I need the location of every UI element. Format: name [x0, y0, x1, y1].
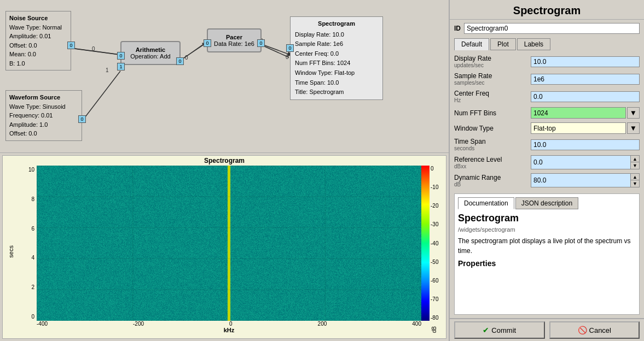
num-fft-row: Num FFT Bins ▼: [454, 107, 640, 119]
dynamic-range-label: Dynamic Range dB: [454, 174, 531, 187]
spec-display-rate: Display Rate: 10.0: [295, 30, 378, 40]
panel-title: Spectrogram: [513, 4, 581, 16]
plot-title: Spectrogram: [3, 156, 446, 166]
waveform-source-block: Waveform Source Wave Type: Sinusoid Freq…: [5, 90, 82, 141]
commit-button[interactable]: ✔ Commit: [454, 321, 545, 339]
y-tick-0: 0: [21, 314, 34, 320]
sample-rate-row: Sample Rate samples/sec: [454, 72, 640, 86]
doc-content: Spectrogram /widgets/spectrogram The spe…: [458, 213, 636, 268]
window-type-dropdown[interactable]: ▼: [627, 122, 640, 134]
svg-text:0: 0: [286, 54, 289, 60]
commit-icon: ✔: [483, 326, 489, 334]
cancel-button[interactable]: 🚫 Cancel: [549, 321, 640, 339]
arithmetic-block: 0 1 Arithmetic Operation: Add 0: [120, 41, 181, 65]
display-rate-input[interactable]: [531, 56, 640, 67]
arith-input-port-0: 0: [117, 52, 125, 60]
spectrogram-plot: Spectrogram secs 10 8 6 4 2 0: [2, 155, 446, 339]
dynamic-range-input[interactable]: [531, 174, 630, 187]
x-tick-0: 0: [229, 321, 233, 327]
spec-window-type: Window Type: Flat-top: [295, 68, 378, 78]
window-type-input[interactable]: [531, 122, 626, 134]
doc-tab-documentation[interactable]: Documentation: [458, 197, 514, 209]
noise-output-port: 0: [67, 42, 75, 49]
display-rate-label: Display Rate updates/sec: [454, 55, 531, 68]
spectrogram-canvas: [37, 166, 421, 321]
tab-labels[interactable]: Labels: [517, 38, 550, 50]
doc-tabs: Documentation JSON description: [458, 197, 636, 209]
noise-offset: Offset: 0.0: [9, 41, 67, 50]
reference-level-input[interactable]: [531, 156, 630, 169]
doc-tab-json[interactable]: JSON description: [515, 197, 578, 209]
center-freq-input[interactable]: [531, 91, 640, 102]
cb--40: -40: [431, 240, 438, 246]
waveform-source-title: Waveform Source: [9, 93, 78, 102]
commit-label: Commit: [491, 326, 516, 334]
waveform-offset: Offset: 0.0: [9, 129, 78, 138]
pacer-input-port: 0: [204, 39, 211, 47]
center-freq-label: Center Freq Hz: [454, 90, 531, 103]
pacer-title: Pacer: [213, 34, 255, 40]
reference-level-spinner-btns: ▲ ▼: [630, 156, 639, 169]
sample-rate-input[interactable]: [531, 74, 640, 85]
spec-num-fft: Num FFT Bins: 1024: [295, 58, 378, 68]
doc-title: Spectrogram: [458, 213, 636, 224]
reference-level-up[interactable]: ▲: [631, 156, 639, 162]
tab-default[interactable]: Default: [454, 38, 489, 50]
doc-section: Documentation JSON description Spectrogr…: [454, 193, 640, 315]
x-tick--400: -400: [37, 321, 48, 327]
pacer-data-rate: Data Rate: 1e6: [213, 40, 255, 47]
center-freq-row: Center Freq Hz: [454, 90, 640, 103]
cb--70: -70: [431, 296, 438, 302]
right-panel: Spectrogram ID Default Plot Labels Displ…: [449, 0, 644, 341]
spec-title-label: Title: Spectrogram: [295, 87, 378, 97]
doc-path: /widgets/spectrogram: [458, 226, 636, 233]
noise-source-title: Noise Source: [9, 14, 67, 23]
time-span-input[interactable]: [531, 139, 640, 150]
waveform-output-port: 0: [78, 115, 86, 123]
waveform-wave-type: Wave Type: Sinusoid: [9, 102, 78, 111]
id-input[interactable]: [464, 23, 640, 34]
noise-b: B: 1.0: [9, 59, 67, 68]
svg-text:0: 0: [185, 55, 188, 61]
cb--50: -50: [431, 259, 438, 265]
reference-level-row: Reference Level dBxx ▲ ▼: [454, 155, 640, 169]
svg-line-1: [85, 71, 120, 117]
dynamic-range-down[interactable]: ▼: [631, 180, 639, 187]
reference-level-down[interactable]: ▼: [631, 162, 639, 169]
cb-0: 0: [431, 166, 438, 172]
id-label: ID: [454, 25, 461, 32]
dynamic-range-row: Dynamic Range dB ▲ ▼: [454, 173, 640, 187]
spec-time-span: Time Span: 10.0: [295, 78, 378, 88]
svg-text:0: 0: [92, 46, 95, 52]
db-label: dB: [431, 326, 437, 333]
tab-plot[interactable]: Plot: [490, 38, 516, 50]
reference-level-spinner: ▲ ▼: [531, 155, 640, 169]
arithmetic-operation: Operation: Add: [127, 53, 174, 60]
x-tick--200: -200: [133, 321, 144, 327]
y-tick-6: 6: [21, 226, 34, 232]
x-axis-label: kHz: [224, 327, 235, 333]
colorbar-canvas: [421, 166, 430, 321]
noise-amplitude: Amplitude: 0.01: [9, 32, 67, 41]
cb--10: -10: [431, 184, 438, 190]
dynamic-range-up[interactable]: ▲: [631, 174, 639, 180]
num-fft-input[interactable]: [531, 107, 626, 119]
display-rate-row: Display Rate updates/sec: [454, 55, 640, 68]
num-fft-dropdown[interactable]: ▼: [627, 107, 640, 119]
arithmetic-title: Arithmetic: [127, 46, 174, 53]
cb--60: -60: [431, 278, 438, 284]
window-type-row: Window Type ▼: [454, 122, 640, 134]
pacer-block: 0 Pacer Data Rate: 1e6 0: [207, 28, 262, 52]
y-tick-2: 2: [21, 284, 34, 290]
dynamic-range-spinner-btns: ▲ ▼: [630, 174, 639, 187]
cb--80: -80: [431, 315, 438, 321]
time-span-row: Time Span seconds: [454, 138, 640, 151]
y-tick-10: 10: [21, 167, 34, 173]
cb--20: -20: [431, 203, 438, 209]
spectrogram-block-title: Spectrogram: [295, 19, 378, 29]
cb--30: -30: [431, 221, 438, 227]
waveform-frequency: Frequency: 0.01: [9, 111, 78, 120]
id-row: ID: [454, 23, 640, 34]
noise-source-block: Noise Source Wave Type: Normal Amplitude…: [5, 11, 71, 70]
noise-wave-type: Wave Type: Normal: [9, 23, 67, 32]
